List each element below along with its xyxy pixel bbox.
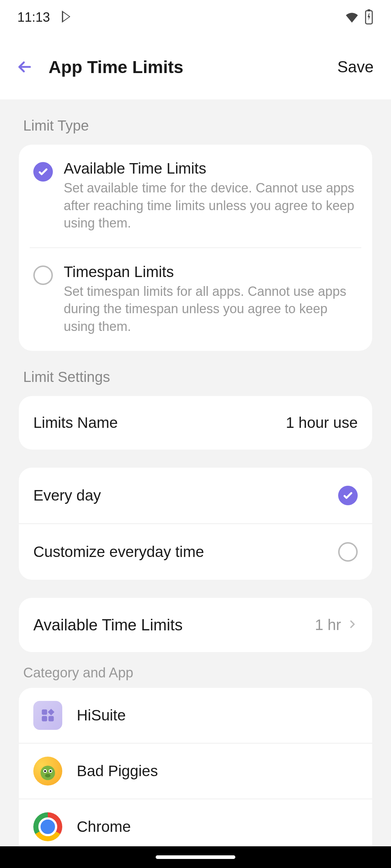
- available-time-limits-card: Available Time Limits 1 hr: [19, 598, 372, 652]
- section-limit-type-label: Limit Type: [19, 99, 372, 145]
- schedule-every-day[interactable]: Every day: [19, 468, 372, 523]
- bad-piggies-app-icon: [33, 757, 62, 786]
- svg-rect-1: [367, 9, 370, 11]
- available-time-limits-value: 1 hr: [315, 616, 341, 634]
- svg-rect-4: [49, 716, 54, 721]
- limit-type-available[interactable]: Available Time Limits Set available time…: [19, 145, 372, 247]
- app-name-label: Chrome: [77, 818, 131, 835]
- home-gesture-pill[interactable]: [156, 855, 235, 859]
- svg-rect-3: [42, 716, 47, 721]
- app-name-label: Bad Piggies: [77, 762, 158, 780]
- wifi-icon: [344, 9, 360, 26]
- checkmark-icon: [338, 486, 358, 505]
- limit-type-card: Available Time Limits Set available time…: [19, 145, 372, 351]
- limits-name-value: 1 hour use: [286, 414, 358, 431]
- available-time-limits-row[interactable]: Available Time Limits 1 hr: [19, 598, 372, 652]
- limits-name-label: Limits Name: [33, 414, 118, 431]
- app-row-chrome[interactable]: Chrome: [19, 799, 372, 846]
- svg-point-9: [50, 770, 51, 772]
- limit-type-timespan[interactable]: Timespan Limits Set timespan limits for …: [30, 247, 361, 351]
- schedule-customize[interactable]: Customize everyday time: [19, 523, 372, 580]
- chevron-right-icon: [347, 619, 358, 631]
- available-time-limits-label: Available Time Limits: [33, 616, 309, 634]
- schedule-card: Every day Customize everyday time: [19, 468, 372, 580]
- navigation-bar: [0, 846, 391, 868]
- app-header: App Time Limits Save: [0, 34, 391, 99]
- svg-rect-2: [42, 709, 47, 715]
- status-time: 11:13: [17, 10, 50, 25]
- radio-checked-icon: [33, 162, 53, 182]
- section-category-app-label: Category and App: [19, 652, 372, 688]
- svg-point-10: [45, 774, 51, 777]
- every-day-label: Every day: [33, 487, 101, 504]
- circle-unchecked-icon: [338, 542, 358, 562]
- limit-type-available-title: Available Time Limits: [64, 160, 358, 177]
- app-row-hisuite[interactable]: HiSuite: [19, 688, 372, 743]
- limit-type-available-desc: Set available time for the device. Canno…: [64, 179, 358, 232]
- limit-type-timespan-title: Timespan Limits: [64, 263, 358, 281]
- limits-name-card: Limits Name 1 hour use: [19, 396, 372, 450]
- back-button[interactable]: [12, 54, 38, 80]
- battery-icon: [364, 9, 374, 26]
- page-title: App Time Limits: [49, 57, 337, 77]
- app-name-label: HiSuite: [77, 707, 126, 724]
- svg-point-5: [41, 766, 55, 780]
- limit-type-timespan-desc: Set timespan limits for all apps. Cannot…: [64, 283, 358, 336]
- radio-unchecked-icon: [33, 265, 53, 285]
- hisuite-app-icon: [33, 701, 62, 730]
- section-limit-settings-label: Limit Settings: [19, 351, 372, 396]
- save-button[interactable]: Save: [337, 58, 374, 76]
- back-arrow-icon: [16, 58, 34, 76]
- app-row-bad-piggies[interactable]: Bad Piggies: [19, 743, 372, 799]
- chrome-app-icon: [33, 812, 62, 841]
- customize-label: Customize everyday time: [33, 543, 204, 561]
- play-store-icon: [60, 9, 75, 25]
- status-bar: 11:13: [0, 0, 391, 34]
- app-list-card: HiSuite Bad Piggies Chrome Gmail: [19, 688, 372, 846]
- limits-name-row[interactable]: Limits Name 1 hour use: [19, 396, 372, 450]
- svg-point-8: [44, 770, 46, 772]
